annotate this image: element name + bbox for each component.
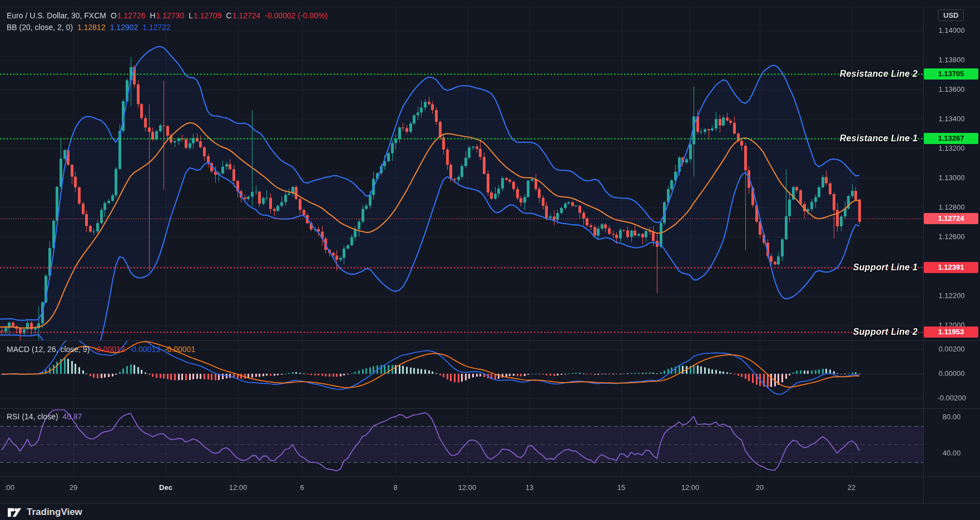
ohlc-open: O 1.12726 bbox=[111, 11, 146, 20]
rsi-label: RSI (14, close) bbox=[7, 412, 58, 421]
time-axis-label: :00 bbox=[0, 483, 29, 492]
macd-legend-row: MACD (12, 26, close, 9) -0.00012 -0.0001… bbox=[7, 345, 195, 354]
footer-bar: TradingView bbox=[0, 503, 980, 520]
price-axis-label: 1.12600 bbox=[925, 232, 978, 241]
time-axis-label: 15 bbox=[602, 483, 641, 492]
tradingview-logo-icon[interactable] bbox=[7, 508, 22, 517]
brand-name[interactable]: TradingView bbox=[27, 507, 82, 518]
level-price-badge: 1.11953 bbox=[924, 326, 978, 338]
change-value: -0.00002 (-0.00%) bbox=[265, 11, 328, 20]
price-axis-label: 1.13400 bbox=[925, 115, 978, 123]
ohlc-close: C 1.12724 bbox=[226, 11, 261, 20]
macd-label: MACD (12, 26, close, 9) bbox=[7, 345, 90, 354]
time-axis-label: 22 bbox=[832, 483, 871, 492]
close-value: 1.12724 bbox=[232, 11, 261, 20]
low-value: 1.12709 bbox=[194, 11, 222, 20]
level-line-label[interactable]: Resistance Line 2 bbox=[840, 69, 918, 79]
chart-canvas[interactable] bbox=[0, 0, 980, 520]
symbol-title: Euro / U.S. Dollar, 30, FXCM bbox=[7, 11, 106, 20]
open-label: O bbox=[111, 11, 117, 20]
close-label: C bbox=[226, 11, 232, 20]
rsi-axis-label: 80.00 bbox=[925, 413, 978, 421]
rsi-legend-row: RSI (14, close) 40.87 bbox=[7, 412, 82, 421]
macd-axis-label: 0.00200 bbox=[925, 345, 978, 353]
level-line-label[interactable]: Resistance Line 1 bbox=[840, 133, 918, 143]
price-axis-label: 1.14000 bbox=[925, 26, 978, 34]
macd-axis-label: 0.00000 bbox=[925, 369, 978, 378]
bb-basis-value: 1.12812 bbox=[77, 23, 106, 32]
price-axis-label: 1.13600 bbox=[925, 85, 978, 93]
ohlc-high: H 1.12730 bbox=[150, 11, 184, 20]
level-price-badge: 1.13705 bbox=[924, 68, 978, 80]
time-axis-label: 13 bbox=[510, 483, 549, 492]
ohlc-low: L 1.12709 bbox=[189, 11, 221, 20]
currency-toggle-button[interactable]: USD bbox=[938, 9, 964, 21]
open-value: 1.12726 bbox=[117, 11, 146, 20]
time-axis-label: 20 bbox=[740, 483, 779, 492]
time-axis-label: Dec bbox=[146, 483, 185, 492]
time-axis-label: 12:00 bbox=[219, 483, 258, 492]
top-clipped-toolbar bbox=[0, 0, 980, 7]
time-axis-label: 12:00 bbox=[671, 483, 710, 492]
high-label: H bbox=[150, 11, 155, 20]
time-axis-label: 12:00 bbox=[448, 483, 487, 492]
bb-legend-row: BB (20, close, 2, 0) 1.12812 1.12902 1.1… bbox=[7, 23, 171, 32]
price-axis-label: 1.13800 bbox=[925, 56, 978, 64]
level-line-label[interactable]: Support Line 1 bbox=[853, 263, 918, 273]
macd-axis-label: -0.00200 bbox=[925, 394, 978, 402]
price-axis-label: 1.13000 bbox=[925, 174, 978, 182]
bb-label: BB (20, close, 2, 0) bbox=[7, 23, 73, 32]
macd-signal-value: -0.00001 bbox=[165, 345, 195, 354]
high-value: 1.12730 bbox=[156, 11, 185, 20]
bb-upper-value: 1.12902 bbox=[110, 23, 138, 32]
rsi-axis-label: 40.00 bbox=[925, 449, 978, 457]
tradingview-chart-window: Euro / U.S. Dollar, 30, FXCM O 1.12726 H… bbox=[0, 0, 980, 520]
time-axis-label: 6 bbox=[283, 483, 321, 492]
price-axis-label: 1.12800 bbox=[925, 203, 978, 211]
level-line-label[interactable]: Support Line 2 bbox=[853, 327, 918, 337]
level-price-badge: 1.13267 bbox=[924, 133, 978, 144]
symbol-legend-row: Euro / U.S. Dollar, 30, FXCM O 1.12726 H… bbox=[7, 11, 328, 20]
level-price-badge: 1.12391 bbox=[924, 262, 978, 273]
macd-hist-value: -0.00012 bbox=[94, 345, 125, 354]
price-axis-label: 1.13200 bbox=[925, 144, 978, 152]
bb-lower-value: 1.12722 bbox=[142, 23, 171, 32]
time-axis-label: 8 bbox=[376, 483, 415, 492]
macd-line-value: -0.00013 bbox=[130, 345, 160, 354]
rsi-value: 40.87 bbox=[63, 412, 82, 421]
time-axis-label: 29 bbox=[54, 483, 93, 492]
price-axis-label: 1.12200 bbox=[925, 291, 978, 300]
current-price-badge: 1.12724 bbox=[924, 213, 978, 224]
low-label: L bbox=[189, 11, 193, 20]
